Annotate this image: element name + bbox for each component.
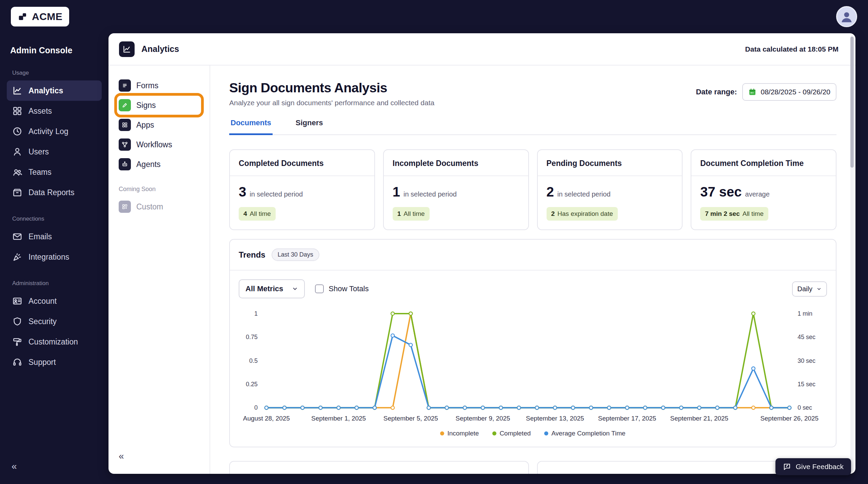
metrics-dropdown[interactable]: All Metrics bbox=[239, 279, 305, 298]
svg-text:1 min: 1 min bbox=[797, 310, 812, 317]
workflows-icon bbox=[119, 138, 131, 151]
legend-dot-icon bbox=[544, 431, 548, 435]
custom-icon bbox=[119, 201, 131, 213]
svg-text:September 26, 2025: September 26, 2025 bbox=[760, 415, 818, 422]
acme-logo[interactable]: ACME bbox=[11, 7, 69, 26]
legend-dot-icon bbox=[492, 431, 496, 435]
coming-soon-label: Coming Soon bbox=[119, 186, 199, 193]
tab-signers[interactable]: Signers bbox=[294, 118, 324, 135]
content-area: Sign Documents Analysis Analyze your all… bbox=[210, 66, 855, 474]
subnav-item-agents[interactable]: Agents bbox=[117, 154, 201, 174]
svg-text:15 sec: 15 sec bbox=[797, 381, 815, 388]
panel-header: Analytics Data calculated at 18:05 PM bbox=[108, 33, 855, 66]
all-time-badge: 1All time bbox=[393, 207, 430, 221]
stat-value: 2 bbox=[547, 184, 554, 200]
all-time-badge: 7 min 2 secAll time bbox=[700, 207, 768, 221]
subnav-item-forms[interactable]: Forms bbox=[117, 76, 201, 95]
chart-legend: IncompleteCompletedAverage Completion Ti… bbox=[230, 425, 836, 447]
sidebar-item-support[interactable]: Support bbox=[7, 352, 102, 372]
sidebar: Admin Console Usage Analytics Assets Act… bbox=[0, 33, 108, 484]
users-icon bbox=[12, 147, 22, 157]
agents-icon bbox=[119, 158, 131, 170]
svg-text:0.25: 0.25 bbox=[246, 381, 258, 388]
feedback-bubble-icon bbox=[783, 463, 791, 471]
sidebar-item-activity-log[interactable]: Activity Log bbox=[7, 121, 102, 142]
svg-text:September 5, 2025: September 5, 2025 bbox=[383, 415, 438, 422]
show-totals-checkbox[interactable] bbox=[315, 284, 324, 293]
subnav-item-apps[interactable]: Apps bbox=[117, 115, 201, 135]
sidebar-item-data-reports[interactable]: Data Reports bbox=[7, 182, 102, 203]
assets-icon bbox=[12, 106, 22, 116]
svg-text:0.5: 0.5 bbox=[249, 357, 258, 364]
date-range-picker[interactable]: 08/28/2025 - 09/26/20 bbox=[742, 83, 836, 101]
trends-chart: 00.250.50.7510 sec15 sec30 sec45 sec1 mi… bbox=[239, 303, 827, 425]
svg-text:45 sec: 45 sec bbox=[797, 334, 815, 340]
scrollbar-thumb[interactable] bbox=[850, 37, 854, 168]
chevron-down-icon bbox=[816, 286, 822, 292]
stat-cards: Completed Documents 3 in selected period… bbox=[229, 149, 836, 230]
sidebar-item-assets[interactable]: Assets bbox=[7, 101, 102, 121]
apps-icon bbox=[119, 119, 131, 131]
interval-dropdown[interactable]: Daily bbox=[792, 281, 827, 297]
expiration-badge: 2Has expiration date bbox=[547, 207, 618, 221]
person-icon bbox=[839, 9, 854, 24]
below-fold-cards bbox=[229, 461, 836, 474]
stat-value: 1 bbox=[393, 184, 400, 200]
acme-logo-text: ACME bbox=[32, 11, 62, 22]
sidebar-item-teams[interactable]: Teams bbox=[7, 162, 102, 182]
forms-icon bbox=[119, 79, 131, 92]
sidebar-item-account[interactable]: Account bbox=[7, 291, 102, 311]
tab-documents[interactable]: Documents bbox=[229, 118, 273, 135]
sidebar-collapse-button[interactable]: « bbox=[7, 461, 102, 484]
stat-card-pending-documents: Pending Documents 2 in selected period 2… bbox=[537, 149, 683, 230]
subnav-item-custom[interactable]: Custom bbox=[117, 197, 201, 217]
sidebar-item-emails[interactable]: Emails bbox=[7, 226, 102, 247]
last-30-days-pill: Last 30 Days bbox=[272, 248, 319, 261]
date-range-label: Date range: bbox=[696, 88, 737, 96]
main-panel: Analytics Data calculated at 18:05 PM Fo… bbox=[108, 33, 855, 474]
svg-text:30 sec: 30 sec bbox=[797, 357, 815, 364]
partial-card bbox=[229, 461, 529, 474]
subnav-collapse-button[interactable]: « bbox=[117, 451, 201, 462]
integrations-icon bbox=[12, 252, 22, 262]
section-label-usage: Usage bbox=[12, 70, 96, 76]
svg-text:September 17, 2025: September 17, 2025 bbox=[598, 415, 656, 422]
page-title: Sign Documents Analysis bbox=[229, 80, 434, 95]
emails-icon bbox=[12, 231, 22, 242]
chevron-down-icon bbox=[292, 286, 298, 292]
analytics-header-icon bbox=[119, 41, 135, 57]
svg-text:0: 0 bbox=[254, 404, 258, 411]
section-label-administration: Administration bbox=[12, 280, 96, 287]
give-feedback-button[interactable]: Give Feedback bbox=[775, 458, 851, 475]
stat-value: 3 bbox=[239, 184, 246, 200]
data-calculated-note: Data calculated at 18:05 PM bbox=[745, 45, 839, 53]
user-avatar[interactable] bbox=[836, 6, 857, 27]
sidebar-item-integrations[interactable]: Integrations bbox=[7, 247, 102, 267]
teams-icon bbox=[12, 167, 22, 177]
stat-card-completion-time: Document Completion Time 37 sec average … bbox=[691, 149, 836, 230]
svg-text:September 9, 2025: September 9, 2025 bbox=[456, 415, 510, 422]
trends-title: Trends bbox=[239, 250, 265, 260]
section-label-connections: Connections bbox=[12, 216, 96, 222]
svg-text:1: 1 bbox=[254, 310, 258, 317]
sidebar-item-analytics[interactable]: Analytics bbox=[7, 80, 102, 101]
legend-item: Average Completion Time bbox=[544, 430, 625, 437]
sidebar-item-users[interactable]: Users bbox=[7, 142, 102, 162]
subnav-item-workflows[interactable]: Workflows bbox=[117, 135, 201, 154]
sidebar-item-security[interactable]: Security bbox=[7, 311, 102, 332]
subnav-item-signs[interactable]: Signs bbox=[117, 95, 201, 115]
tabs: Documents Signers bbox=[229, 118, 836, 135]
scrollbar-track[interactable] bbox=[850, 35, 854, 472]
stat-value: 37 sec bbox=[700, 184, 742, 200]
sidebar-item-customization[interactable]: Customization bbox=[7, 332, 102, 352]
signs-icon bbox=[119, 99, 131, 111]
stat-card-completed-documents: Completed Documents 3 in selected period… bbox=[229, 149, 375, 230]
all-time-badge: 4All time bbox=[239, 207, 276, 221]
analytics-icon bbox=[12, 86, 22, 96]
support-icon bbox=[12, 357, 22, 367]
legend-item: Completed bbox=[492, 430, 531, 437]
svg-text:September 13, 2025: September 13, 2025 bbox=[526, 415, 584, 422]
show-totals-control[interactable]: Show Totals bbox=[315, 284, 369, 293]
page-subtitle: Analyze your all sign documents' perform… bbox=[229, 99, 434, 107]
calendar-icon bbox=[748, 88, 756, 96]
